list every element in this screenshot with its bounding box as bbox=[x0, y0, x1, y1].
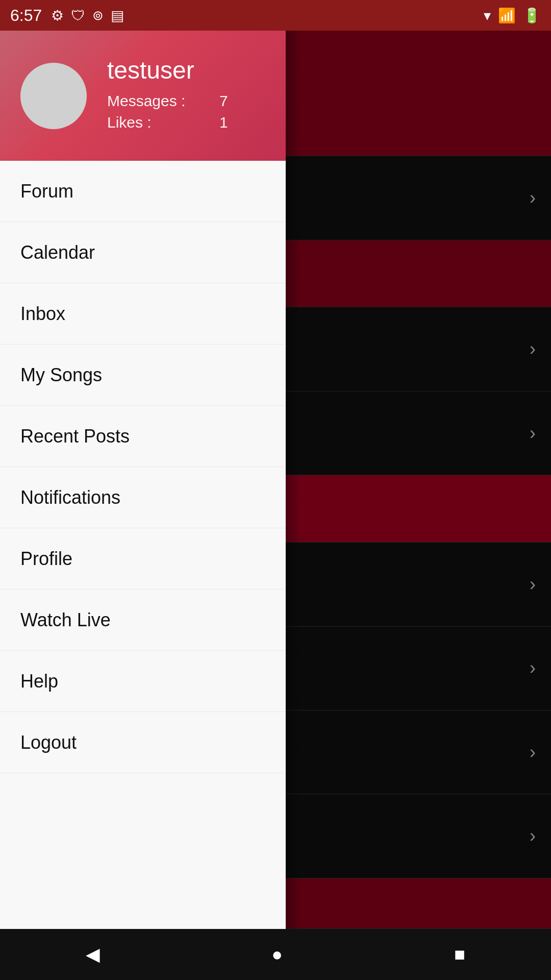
messages-stat: Messages : 7 bbox=[107, 92, 228, 110]
shield-icon: 🛡 bbox=[71, 7, 85, 24]
battery-icon: 🔋 bbox=[523, 7, 541, 24]
right-row-11 bbox=[286, 878, 551, 929]
main-area: testuser Messages : 7 Likes : 1 Forum Ca… bbox=[0, 31, 551, 929]
right-row-8: › bbox=[286, 627, 551, 710]
profile-info: testuser Messages : 7 Likes : 1 bbox=[107, 56, 228, 135]
right-row-10: › bbox=[286, 794, 551, 878]
avatar bbox=[20, 63, 87, 129]
card-icon: ▤ bbox=[111, 7, 124, 24]
menu-item-my-songs[interactable]: My Songs bbox=[0, 345, 286, 406]
menu-item-logout[interactable]: Logout bbox=[0, 712, 286, 773]
signal-icon: 📶 bbox=[498, 7, 516, 24]
right-row-6 bbox=[286, 475, 551, 543]
home-button[interactable]: ● bbox=[271, 944, 283, 965]
menu-label-profile: Profile bbox=[20, 548, 72, 570]
messages-label: Messages : bbox=[107, 92, 209, 110]
right-row-5: › bbox=[286, 391, 551, 475]
menu-label-inbox: Inbox bbox=[20, 303, 65, 325]
likes-stat: Likes : 1 bbox=[107, 114, 228, 131]
chevron-right-icon-4: › bbox=[530, 574, 536, 595]
menu-item-help[interactable]: Help bbox=[0, 651, 286, 712]
menu-item-watch-live[interactable]: Watch Live bbox=[0, 590, 286, 651]
chevron-right-icon-5: › bbox=[530, 657, 536, 679]
menu-item-forum[interactable]: Forum bbox=[0, 161, 286, 222]
status-icons-left: ⚙ 🛡 ⊚ ▤ bbox=[51, 7, 124, 24]
chevron-right-icon: › bbox=[530, 187, 536, 209]
profile-username: testuser bbox=[107, 56, 228, 84]
menu-item-notifications[interactable]: Notifications bbox=[0, 467, 286, 528]
right-row-2: › bbox=[286, 156, 551, 240]
menu-item-calendar[interactable]: Calendar bbox=[0, 222, 286, 283]
back-button[interactable]: ◀ bbox=[86, 944, 100, 965]
chevron-right-icon-6: › bbox=[530, 742, 536, 763]
chevron-right-icon-7: › bbox=[530, 825, 536, 847]
menu-label-help: Help bbox=[20, 671, 58, 692]
right-row-9: › bbox=[286, 710, 551, 794]
status-right: ▾ 📶 🔋 bbox=[484, 7, 541, 24]
drawer-shadow bbox=[286, 31, 301, 929]
drawer: testuser Messages : 7 Likes : 1 Forum Ca… bbox=[0, 31, 286, 929]
chevron-right-icon-3: › bbox=[530, 423, 536, 444]
menu-label-logout: Logout bbox=[20, 732, 77, 753]
menu-list: Forum Calendar Inbox My Songs Recent Pos… bbox=[0, 161, 286, 929]
menu-label-calendar: Calendar bbox=[20, 242, 95, 263]
profile-header: testuser Messages : 7 Likes : 1 bbox=[0, 31, 286, 161]
right-panel: › › › › › › › bbox=[286, 31, 551, 929]
wifi-icon: ▾ bbox=[484, 7, 491, 24]
right-row-1 bbox=[286, 31, 551, 156]
right-row-3 bbox=[286, 240, 551, 308]
status-bar: 6:57 ⚙ 🛡 ⊚ ▤ ▾ 📶 🔋 bbox=[0, 0, 551, 31]
bottom-nav: ◀ ● ■ bbox=[0, 929, 551, 980]
chevron-right-icon-2: › bbox=[530, 338, 536, 360]
likes-label: Likes : bbox=[107, 114, 209, 131]
menu-item-profile[interactable]: Profile bbox=[0, 528, 286, 590]
status-time: 6:57 bbox=[10, 6, 42, 25]
menu-item-recent-posts[interactable]: Recent Posts bbox=[0, 406, 286, 467]
menu-label-watch-live: Watch Live bbox=[20, 609, 111, 631]
menu-label-my-songs: My Songs bbox=[20, 364, 102, 386]
messages-count: 7 bbox=[219, 92, 228, 110]
menu-label-notifications: Notifications bbox=[20, 487, 120, 508]
likes-count: 1 bbox=[219, 114, 228, 131]
menu-label-forum: Forum bbox=[20, 181, 73, 202]
menu-item-inbox[interactable]: Inbox bbox=[0, 283, 286, 345]
right-row-4: › bbox=[286, 307, 551, 391]
gear-icon: ⚙ bbox=[51, 7, 64, 24]
menu-label-recent-posts: Recent Posts bbox=[20, 426, 130, 447]
status-left: 6:57 ⚙ 🛡 ⊚ ▤ bbox=[10, 6, 124, 25]
recents-button[interactable]: ■ bbox=[454, 944, 465, 965]
at-icon: ⊚ bbox=[92, 8, 104, 23]
right-row-7: › bbox=[286, 543, 551, 626]
